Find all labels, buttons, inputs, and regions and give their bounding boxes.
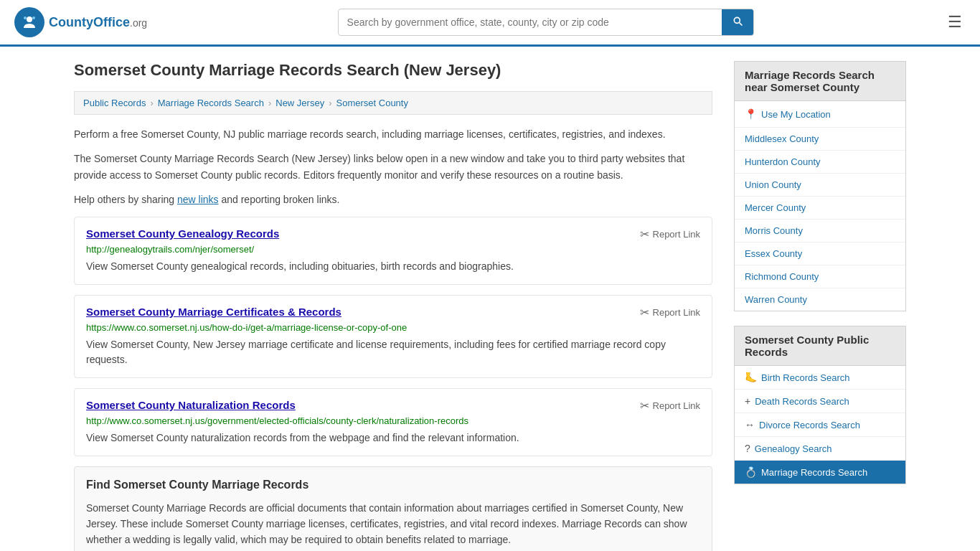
report-link-1[interactable]: ✂ Report Link xyxy=(640,306,700,319)
record-desc-2: View Somerset County naturalization reco… xyxy=(86,430,700,446)
breadcrumb: Public Records › Marriage Records Search… xyxy=(74,91,712,115)
sidebar-use-location: 📍 Use My Location xyxy=(735,101,905,128)
nearby-county-link-1[interactable]: Hunterdon County xyxy=(745,156,821,167)
pr-link-1[interactable]: Death Records Search xyxy=(755,396,849,407)
record-header: Somerset County Genealogy Records ✂ Repo… xyxy=(86,227,700,241)
pr-icon-4: 💍 xyxy=(745,466,757,478)
pr-link-3[interactable]: Genealogy Search xyxy=(755,443,832,454)
public-record-item[interactable]: ↔ Divorce Records Search xyxy=(735,413,905,437)
nearby-county-link-3[interactable]: Mercer County xyxy=(745,202,806,213)
search-input[interactable] xyxy=(339,11,722,34)
pr-link-0[interactable]: Birth Records Search xyxy=(761,372,850,383)
breadcrumb-public-records[interactable]: Public Records xyxy=(83,98,146,108)
main-content: Somerset County Marriage Records Search … xyxy=(74,61,712,551)
breadcrumb-somerset-county[interactable]: Somerset County xyxy=(336,98,408,108)
description-3: Help others by sharing new links and rep… xyxy=(74,192,712,207)
record-item: Somerset County Naturalization Records ✂… xyxy=(74,388,712,456)
pr-link-4[interactable]: Marriage Records Search xyxy=(761,467,867,478)
public-records-list: 🦶 Birth Records Search + Death Records S… xyxy=(735,366,905,484)
main-container: Somerset County Marriage Records Search … xyxy=(60,47,920,551)
record-desc-0: View Somerset County genealogical record… xyxy=(86,259,700,274)
desc3-pre: Help others by sharing xyxy=(74,194,177,205)
nearby-counties-list: Middlesex CountyHunterdon CountyUnion Co… xyxy=(735,128,905,311)
sidebar-nearby-header: Marriage Records Search near Somerset Co… xyxy=(734,61,906,100)
nearby-county-item: Mercer County xyxy=(735,197,905,220)
record-url-2[interactable]: http://www.co.somerset.nj.us/government/… xyxy=(86,415,700,426)
nearby-county-item: Middlesex County xyxy=(735,128,905,151)
nearby-county-link-5[interactable]: Essex County xyxy=(745,248,802,259)
report-link-2[interactable]: ✂ Report Link xyxy=(640,399,700,413)
use-my-location-link[interactable]: Use My Location xyxy=(761,109,831,120)
nearby-county-item: Essex County xyxy=(735,242,905,265)
breadcrumb-sep-1: › xyxy=(150,98,153,108)
report-icon-2: ✂ xyxy=(640,399,649,413)
pin-icon: 📍 xyxy=(745,108,757,120)
public-record-item[interactable]: 💍 Marriage Records Search xyxy=(735,461,905,484)
search-bar xyxy=(338,9,754,36)
sidebar: Marriage Records Search near Somerset Co… xyxy=(734,61,906,551)
new-links-link[interactable]: new links xyxy=(177,194,219,205)
svg-point-3 xyxy=(32,17,35,19)
breadcrumb-sep-2: › xyxy=(268,98,271,108)
nearby-county-item: Warren County xyxy=(735,288,905,311)
sidebar-public-records-section: Somerset County Public Records 🦶 Birth R… xyxy=(734,326,906,484)
nearby-county-item: Richmond County xyxy=(735,265,905,288)
svg-point-2 xyxy=(24,17,27,19)
pr-icon-2: ↔ xyxy=(745,419,755,430)
description-1: Perform a free Somerset County, NJ publi… xyxy=(74,126,712,142)
search-button[interactable] xyxy=(722,9,753,35)
find-section-para1: Somerset County Marriage Records are off… xyxy=(86,500,700,548)
record-url-1[interactable]: https://www.co.somerset.nj.us/how-do-i/g… xyxy=(86,322,700,333)
public-record-item[interactable]: ? Genealogy Search xyxy=(735,437,905,461)
record-url-0[interactable]: http://genealogytrails.com/njer/somerset… xyxy=(86,244,700,255)
find-section-title: Find Somerset County Marriage Records xyxy=(86,479,700,491)
record-header: Somerset County Naturalization Records ✂… xyxy=(86,399,700,413)
record-list: Somerset County Genealogy Records ✂ Repo… xyxy=(74,217,712,456)
description-2: The Somerset County Marriage Records Sea… xyxy=(74,151,712,183)
record-item: Somerset County Genealogy Records ✂ Repo… xyxy=(74,217,712,285)
nearby-county-item: Morris County xyxy=(735,220,905,242)
header-right: ☰ xyxy=(944,9,966,35)
sidebar-public-records-body: 🦶 Birth Records Search + Death Records S… xyxy=(734,365,906,484)
nearby-county-item: Union County xyxy=(735,174,905,197)
pr-link-2[interactable]: Divorce Records Search xyxy=(759,420,860,430)
svg-point-1 xyxy=(27,17,32,22)
report-link-0[interactable]: ✂ Report Link xyxy=(640,227,700,241)
nearby-county-link-0[interactable]: Middlesex County xyxy=(745,133,819,144)
logo-area: CountyOffice.org xyxy=(14,7,147,37)
pr-icon-1: + xyxy=(745,395,750,407)
header: CountyOffice.org ☰ xyxy=(0,0,980,47)
page-title: Somerset County Marriage Records Search … xyxy=(74,61,712,80)
sidebar-nearby-body: 📍 Use My Location Middlesex CountyHunter… xyxy=(734,100,906,311)
sidebar-public-records-header: Somerset County Public Records xyxy=(734,326,906,365)
sidebar-nearby-section: Marriage Records Search near Somerset Co… xyxy=(734,61,906,311)
public-record-item[interactable]: + Death Records Search xyxy=(735,390,905,413)
logo-icon xyxy=(14,7,44,37)
nearby-county-link-7[interactable]: Warren County xyxy=(745,294,807,305)
breadcrumb-new-jersey[interactable]: New Jersey xyxy=(275,98,324,108)
nearby-county-link-6[interactable]: Richmond County xyxy=(745,271,819,282)
nearby-county-link-2[interactable]: Union County xyxy=(745,179,801,190)
record-title-2[interactable]: Somerset County Naturalization Records xyxy=(86,399,296,411)
pr-icon-0: 🦶 xyxy=(745,372,757,383)
nearby-county-link-4[interactable]: Morris County xyxy=(745,225,803,236)
record-title-0[interactable]: Somerset County Genealogy Records xyxy=(86,227,279,240)
report-icon-0: ✂ xyxy=(640,227,649,241)
menu-button[interactable]: ☰ xyxy=(944,9,966,35)
breadcrumb-marriage-records[interactable]: Marriage Records Search xyxy=(158,98,264,108)
nearby-county-item: Hunterdon County xyxy=(735,151,905,174)
find-section: Find Somerset County Marriage Records So… xyxy=(74,466,712,551)
logo-text: CountyOffice.org xyxy=(49,15,147,30)
record-item: Somerset County Marriage Certificates & … xyxy=(74,295,712,378)
desc3-post: and reporting broken links. xyxy=(219,194,340,205)
record-desc-1: View Somerset County, New Jersey marriag… xyxy=(86,337,700,367)
record-header: Somerset County Marriage Certificates & … xyxy=(86,306,700,319)
pr-icon-3: ? xyxy=(745,443,750,454)
public-record-item[interactable]: 🦶 Birth Records Search xyxy=(735,366,905,390)
breadcrumb-sep-3: › xyxy=(329,98,331,108)
record-title-1[interactable]: Somerset County Marriage Certificates & … xyxy=(86,306,341,318)
report-icon-1: ✂ xyxy=(640,306,649,319)
